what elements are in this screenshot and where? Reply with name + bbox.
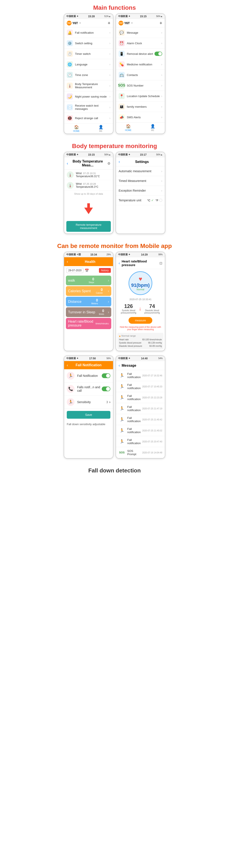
metric-sleep[interactable]: Turnover in Sleep 0 times › — [66, 307, 111, 317]
settings-auto-measurement[interactable]: Automatic measurement › — [116, 166, 165, 176]
fall-note: Fall down sensitivity adjustable — [64, 421, 113, 428]
range-hr-label: Heart rate — [119, 338, 128, 341]
nav-me-2[interactable]: 👤 ME — [140, 124, 165, 131]
sensitivity-label: Sensitivity — [77, 400, 106, 404]
fall-call-toggle[interactable] — [102, 386, 110, 391]
menu-item-body-temp[interactable]: 🌡️ Body Temperature Measurement › — [64, 80, 113, 91]
location-schedule-label: Location Update Schedule — [127, 95, 161, 98]
nav-home-2[interactable]: 🏠 HOME — [116, 124, 140, 131]
section-body-temp: Body temperature monitoring 中国联通 ✦ 15:15… — [0, 138, 229, 238]
unit-fahrenheit[interactable]: °F — [155, 199, 162, 202]
menu-item-contacts[interactable]: 📇 Contacts › — [116, 70, 165, 80]
chevron-icon: › — [109, 73, 110, 76]
back-button-settings[interactable]: ‹ — [119, 159, 120, 164]
menu-item-sos[interactable]: SOS SOS Number › — [116, 80, 165, 91]
chevron-icon: › — [109, 41, 110, 45]
medicine-icon: 💊 — [119, 61, 125, 67]
nav-home-label-2: HOME — [125, 129, 132, 131]
sos-msg-date: 2020-07-16 14:04:48 — [142, 452, 162, 454]
back-button-temp[interactable]: ‹ — [67, 161, 68, 166]
phones-row-main: 中国联通 ✦ 15:28 51%▲ Y6T Y6T ▼ + 🔔 Fall not… — [0, 13, 229, 138]
measure-button[interactable]: measure — [128, 317, 152, 324]
msg-item-2[interactable]: 🏃 Fall notification 2020-07-27 10:45:33 — [116, 381, 165, 392]
message-list: 🏃 Fall notification 2020-07-27 16:32:46 … — [116, 370, 165, 458]
chevron-icon: › — [109, 84, 110, 87]
metric-calories[interactable]: Calories Spent 0 Calorie › — [66, 286, 111, 296]
history-icon-hr[interactable]: ⊡ — [160, 261, 162, 265]
metric-distance[interactable]: Distance 0 Meters › — [66, 297, 111, 306]
menu-item-alarm[interactable]: ⏰ Alarm Clock › — [116, 38, 165, 49]
menu-item-fall-notification[interactable]: 🔔 Fall notification › — [64, 27, 113, 38]
calendar-icon[interactable]: 📅 — [85, 269, 89, 273]
menu-item-sms-alerts[interactable]: 📣 SMS Alerts › — [116, 112, 165, 122]
msg-item-4[interactable]: 🏃 Fall notification 2020-07-25 21:47:19 — [116, 403, 165, 414]
celsius-check-icon: ✓ — [151, 198, 154, 202]
status-bar-2: 中国联通 ✦ 15:15 56%▲ — [116, 14, 165, 19]
time-temp-left: 15:15 — [88, 153, 95, 156]
add-device-button-2[interactable]: + — [160, 21, 162, 26]
back-button-msg[interactable]: ‹ — [119, 363, 120, 368]
menu-item-timezone[interactable]: 🕐 Time zone › — [64, 70, 113, 80]
menu-item-medicine[interactable]: 💊 Medicine notification › — [116, 59, 165, 70]
menu-item-language[interactable]: 🌐 Language › — [64, 59, 113, 70]
health-date[interactable]: 28-07-2020 — [66, 268, 83, 273]
chevron-icon: › — [161, 189, 162, 192]
carrier-temp-right: 中国联通 ✦ — [118, 153, 130, 156]
msg-item-5[interactable]: 🏃 Fall notification 2020-07-25 21:45:42 — [116, 414, 165, 425]
metric-heartrate[interactable]: Heart rate/Blood pressure times/minute › — [66, 318, 111, 329]
removal-alert-icon: 📱 — [119, 51, 125, 57]
settings-timed-measurement[interactable]: Timed Measurement › — [116, 176, 165, 186]
menu-item-reject-call[interactable]: 📵 Reject strange call › — [64, 113, 113, 123]
nav-me-1[interactable]: 👤 ME — [89, 125, 113, 132]
add-device-button-1[interactable]: + — [108, 21, 110, 26]
nav-home-1[interactable]: 🏠 HOME — [64, 125, 89, 132]
alarm-icon: ⏰ — [119, 40, 125, 46]
range-diastolic-label: Diastolic blood pressure — [119, 345, 142, 347]
msg-item-6[interactable]: 🏃 Fall notification 2020-07-25 21:45:02 — [116, 425, 165, 436]
gear-icon-temp[interactable]: ⚙ — [107, 161, 110, 165]
fall-notification-toggle[interactable] — [102, 373, 110, 378]
time-hr: 14:29 — [141, 253, 148, 256]
back-button-fall[interactable]: ‹ — [67, 363, 68, 368]
temp-history-header: ‹ Body Temperature Meas... ⚙ — [64, 157, 113, 169]
remote-temp-button[interactable]: Remote temperature measurement — [66, 221, 111, 232]
menu-item-location-schedule[interactable]: 📍 Location Update Schedule › — [116, 91, 165, 101]
fall-msg-label-7: Fall notification — [127, 438, 142, 445]
menu-item-removal-alert[interactable]: 📱 Removal device alert — [116, 49, 165, 59]
battery-fall-left: 56% — [107, 357, 111, 360]
menu-item-message[interactable]: 💬 Message › — [116, 27, 165, 38]
fall-item-notification: 🏃 Fall Notification — [64, 369, 113, 382]
svg-marker-0 — [84, 208, 93, 214]
msg-item-sos[interactable]: SOS SOS Prompt 2020-07-16 14:04:48 — [116, 447, 165, 458]
settings-exception-reminder[interactable]: Exception Reminder › — [116, 186, 165, 195]
menu-item-switch-setting[interactable]: ⚙️ Switch setting › — [64, 38, 113, 49]
family-icon: 👨‍👩‍👧 — [119, 103, 125, 110]
sos-msg-icon: SOS — [119, 449, 125, 456]
back-button-health[interactable]: ‹ — [67, 259, 68, 264]
chevron-right-icon-heartrate: › — [108, 321, 109, 326]
night-mode-label: Night power saving mode — [75, 95, 109, 98]
phone-fall-notification: 中国联通 ✦ 17:50 56% ‹ Fall Notification 🏃 F… — [64, 355, 113, 459]
menu-item-watch-text[interactable]: ✉️ Receive watch text messages › — [64, 102, 113, 113]
unit-celsius[interactable]: °C ✓ — [147, 198, 154, 202]
time-health: 15:34 — [90, 253, 97, 256]
chevron-icon: › — [161, 105, 162, 108]
menu-item-night-mode[interactable]: 🌙 Night power saving mode › — [64, 91, 113, 102]
metric-label-heartrate: Heart rate/Blood pressure — [68, 320, 95, 328]
metric-walk[interactable]: walk 0 Steps › — [66, 276, 111, 285]
save-button[interactable]: Save — [67, 411, 110, 419]
msg-item-1[interactable]: 🏃 Fall notification 2020-07-27 16:32:46 — [116, 370, 165, 381]
systolic-bp: 126 Systolic blood pressure/mmHg — [118, 303, 139, 314]
msg-item-3[interactable]: 🏃 Fall notification 2020-07-25 22:23:28 — [116, 392, 165, 403]
app-header-2: Y6T Y6T ▼ + — [116, 19, 165, 27]
back-button-hr[interactable]: ‹ — [119, 261, 120, 266]
fall-items-list: 🏃 Fall Notification 📞 Falls notif...n an… — [64, 369, 113, 409]
hr-timestamp: 2020-07-25 10:33:41 — [116, 297, 165, 302]
health-history-button[interactable]: history — [99, 268, 111, 273]
removal-alert-toggle[interactable] — [154, 52, 162, 56]
menu-item-family[interactable]: 👨‍👩‍👧 family members › — [116, 101, 165, 112]
metric-label-sleep: Turnover in Sleep — [68, 310, 95, 314]
expand-icon[interactable]: ▾ — [119, 335, 120, 338]
msg-item-7[interactable]: 🏃 Fall notification 2020-07-25 20:47:40 — [116, 436, 165, 447]
menu-item-timer-switch[interactable]: ⏱️ Timer switch › — [64, 49, 113, 59]
